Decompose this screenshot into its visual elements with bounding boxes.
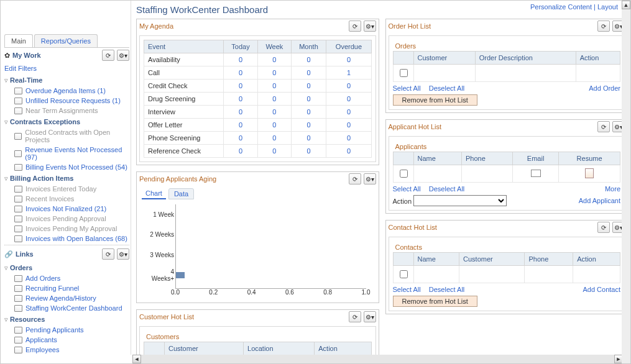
agenda-cell[interactable]: 0 (223, 80, 257, 93)
add-order-link[interactable]: Add Order (589, 84, 620, 92)
agenda-cell[interactable]: 0 (258, 145, 291, 158)
sidebar-group[interactable]: Billing Action Items (4, 172, 129, 184)
agenda-cell[interactable]: 0 (258, 66, 291, 80)
sidebar-link-item[interactable]: Review Agenda/History (4, 293, 129, 303)
row-checkbox[interactable] (400, 170, 408, 178)
refresh-icon[interactable]: ⟳ (597, 222, 610, 233)
agenda-cell[interactable]: 0 (258, 53, 291, 66)
sidebar-link-item[interactable]: Add Orders (4, 273, 129, 283)
add-contact-link[interactable]: Add Contact (583, 286, 620, 293)
scroll-left-icon[interactable]: ◄ (132, 355, 141, 363)
agenda-cell[interactable]: 0 (326, 93, 371, 106)
sidebar-links-group[interactable]: Resources (4, 313, 129, 325)
refresh-icon[interactable]: ⟳ (102, 50, 114, 61)
remove-hotlist-button[interactable]: Remove from Hot List (393, 296, 477, 307)
sidebar-links-label[interactable]: Links (16, 250, 34, 258)
action-select[interactable] (413, 195, 507, 206)
remove-hotlist-button[interactable]: Remove from Hot List (393, 94, 477, 106)
more-link[interactable]: More (605, 185, 620, 193)
agenda-cell[interactable]: 0 (223, 93, 257, 106)
sidebar-item[interactable]: Revenue Events Not Processed (97) (4, 145, 129, 162)
pagelet-menu-icon[interactable]: ⚙▾ (364, 20, 376, 32)
select-all-link[interactable]: Select All (393, 84, 421, 92)
agenda-cell[interactable]: 0 (291, 119, 326, 132)
pagelet-menu-icon[interactable]: ⚙▾ (364, 311, 376, 322)
agenda-cell[interactable]: 1 (326, 66, 371, 80)
agenda-cell[interactable]: 0 (291, 106, 326, 119)
chart-tab-data[interactable]: Data (168, 188, 194, 199)
settings-menu-icon[interactable]: ⚙▾ (117, 248, 129, 260)
agenda-cell[interactable]: 0 (223, 66, 257, 80)
refresh-icon[interactable]: ⟳ (597, 20, 610, 32)
sidebar-links-group[interactable]: Orders (4, 262, 129, 273)
sidebar-item[interactable]: Billing Events Not Processed (54) (4, 162, 129, 172)
sidebar-link-item[interactable]: Recruiting Funnel (4, 283, 129, 293)
settings-menu-icon[interactable]: ⚙▾ (117, 50, 129, 61)
agenda-cell[interactable]: 0 (291, 132, 326, 145)
agenda-cell[interactable]: 0 (291, 145, 326, 158)
refresh-icon[interactable]: ⟳ (102, 248, 114, 260)
agenda-cell[interactable]: 0 (223, 132, 257, 145)
pagelet-menu-icon[interactable]: ⚙▾ (364, 173, 376, 184)
refresh-icon[interactable]: ⟳ (349, 173, 361, 184)
select-all-link[interactable]: Select All (393, 185, 421, 193)
sidebar-link-item[interactable]: Applicants (4, 335, 129, 345)
select-all-link[interactable]: Select All (393, 286, 421, 293)
refresh-icon[interactable]: ⟳ (349, 20, 361, 32)
agenda-cell[interactable]: 0 (291, 93, 326, 106)
layout-link[interactable]: Layout (597, 3, 618, 11)
refresh-icon[interactable]: ⟳ (597, 121, 610, 132)
sidebar-item[interactable]: Closed Contracts with Open Projects (4, 127, 129, 145)
sidebar-item[interactable]: Invoices Pending My Approval (4, 224, 129, 234)
edit-filters-link[interactable]: Edit Filters (4, 63, 129, 74)
sidebar-mywork-label[interactable]: My Work (12, 52, 41, 59)
agenda-cell[interactable]: 0 (223, 106, 257, 119)
agenda-cell[interactable]: 0 (258, 80, 291, 93)
sidebar-item[interactable]: Overdue Agenda Items (1) (4, 86, 129, 96)
sidebar-item[interactable]: Invoices Not Finalized (21) (4, 204, 129, 214)
horizontal-scrollbar[interactable]: ◄ ► (132, 355, 623, 363)
sidebar-item[interactable]: Invoices with Open Balances (68) (4, 234, 129, 243)
agenda-cell[interactable]: 0 (326, 119, 371, 132)
agenda-cell[interactable]: 0 (258, 106, 291, 119)
agenda-cell[interactable]: 0 (326, 106, 371, 119)
agenda-cell[interactable]: 0 (258, 119, 291, 132)
sidebar-link-item[interactable]: Employees (4, 345, 129, 355)
agenda-cell[interactable]: 0 (291, 66, 326, 80)
deselect-all-link[interactable]: Deselect All (429, 185, 464, 193)
vertical-scrollbar[interactable]: ▲ (622, 1, 630, 363)
sidebar-group[interactable]: Real-Time (4, 74, 129, 86)
tab-main[interactable]: Main (4, 34, 33, 47)
tab-reports[interactable]: Reports/Queries (34, 34, 98, 47)
agenda-cell[interactable]: 0 (326, 145, 371, 158)
personalize-link[interactable]: Personalize Content (530, 3, 592, 11)
resume-icon[interactable] (585, 168, 594, 178)
sidebar-link-item[interactable]: Pending Applicants (4, 325, 129, 335)
agenda-cell[interactable]: 0 (223, 145, 257, 158)
scroll-up-icon[interactable]: ▲ (622, 1, 630, 9)
agenda-cell[interactable]: 0 (258, 93, 291, 106)
agenda-cell[interactable]: 0 (223, 53, 257, 66)
chart-tab-chart[interactable]: Chart (142, 188, 166, 199)
sidebar-item[interactable]: Invoices Entered Today (4, 184, 129, 194)
agenda-cell[interactable]: 0 (291, 53, 326, 66)
row-checkbox[interactable] (400, 69, 408, 77)
sidebar-item[interactable]: Near Term Assignments (4, 106, 129, 116)
row-checkbox[interactable] (400, 270, 408, 278)
deselect-all-link[interactable]: Deselect All (429, 84, 464, 92)
agenda-cell[interactable]: 0 (258, 132, 291, 145)
agenda-cell[interactable]: 0 (291, 80, 326, 93)
agenda-cell[interactable]: 0 (326, 80, 371, 93)
sidebar-item[interactable]: Invoices Pending Approval (4, 214, 129, 224)
agenda-cell[interactable]: 0 (326, 132, 371, 145)
sidebar-link-item[interactable]: Staffing WorkCenter Dashboard (4, 303, 129, 313)
agenda-cell[interactable]: 0 (326, 53, 371, 66)
deselect-all-link[interactable]: Deselect All (429, 286, 464, 293)
sidebar-group[interactable]: Contracts Exceptions (4, 116, 129, 127)
agenda-cell[interactable]: 0 (223, 119, 257, 132)
refresh-icon[interactable]: ⟳ (349, 311, 361, 322)
add-applicant-link[interactable]: Add Applicant (579, 197, 620, 204)
sidebar-item[interactable]: Recent Invoices (4, 194, 129, 204)
email-icon[interactable] (531, 170, 541, 177)
sidebar-item[interactable]: Unfilled Resource Requests (1) (4, 96, 129, 106)
